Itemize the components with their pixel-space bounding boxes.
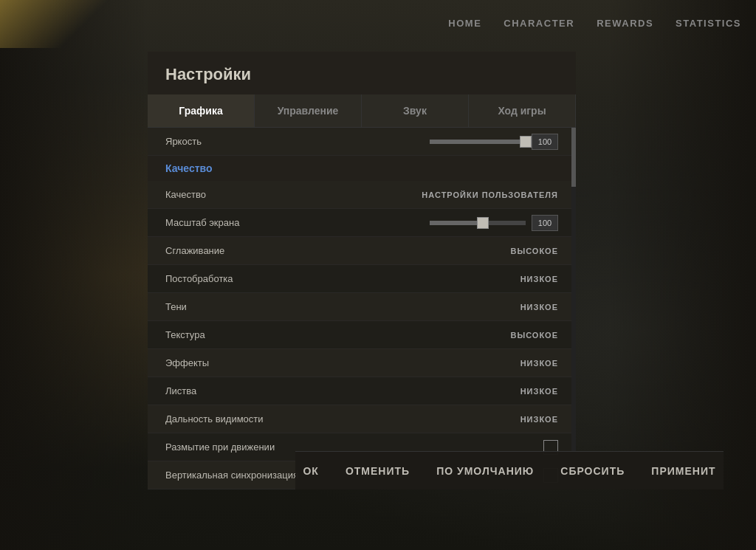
brightness-slider-track[interactable] <box>430 140 526 144</box>
scrollbar[interactable] <box>571 128 576 489</box>
brightness-slider-thumb[interactable] <box>520 136 532 148</box>
nav-home[interactable]: HOME <box>448 14 481 32</box>
nav-statistics[interactable]: STATISTICS <box>676 14 741 32</box>
quality-section-header: Качество <box>148 156 576 181</box>
texture-value[interactable]: ВЫСОКОЕ <box>510 331 558 340</box>
screen-scale-slider-track[interactable] <box>430 221 526 225</box>
brightness-slider-fill <box>430 140 526 144</box>
setting-row-screen-scale: Масштаб экрана 100 <box>148 209 576 237</box>
effects-value[interactable]: НИЗКОЕ <box>520 359 558 368</box>
bottom-bar: ОК ОТМЕНИТЬ ПО УМОЛЧАНИЮ СБРОСИТЬ ПРИМЕН… <box>295 451 724 489</box>
setting-row-shadows: Тени НИЗКОЕ <box>148 293 576 321</box>
setting-row-postprocess: Постобработка НИЗКОЕ <box>148 265 576 293</box>
setting-row-antialiasing: Сглаживание ВЫСОКОЕ <box>148 237 576 265</box>
effects-label: Эффекты <box>165 357 313 368</box>
postprocess-value[interactable]: НИЗКОЕ <box>520 275 558 283</box>
screen-scale-slider-fill <box>430 221 483 225</box>
tab-graphics[interactable]: Графика <box>148 94 255 127</box>
setting-row-brightness: Яркость 100 <box>148 128 576 156</box>
setting-row-effects: Эффекты НИЗКОЕ <box>148 349 576 377</box>
screen-scale-slider-container: 100 <box>430 215 558 231</box>
tab-controls[interactable]: Управление <box>255 94 362 127</box>
ok-button[interactable]: ОК <box>297 461 324 481</box>
brightness-label: Яркость <box>165 136 313 147</box>
vsync-label: Вертикальная синхронизация <box>165 470 313 481</box>
antialiasing-label: Сглаживание <box>165 245 313 256</box>
brightness-slider-container: 100 <box>430 134 558 150</box>
settings-panel: Настройки Графика Управление Звук Ход иг… <box>148 52 576 489</box>
quality-value[interactable]: НАСТРОЙКИ ПОЛЬЗОВАТЕЛЯ <box>422 190 558 199</box>
quality-label: Качество <box>165 189 313 200</box>
setting-row-view-distance: Дальность видимости НИЗКОЕ <box>148 405 576 433</box>
antialiasing-value[interactable]: ВЫСОКОЕ <box>510 247 558 255</box>
texture-label: Текстура <box>165 329 313 340</box>
apply-button[interactable]: ПРИМЕНИТ <box>645 461 721 481</box>
postprocess-label: Постобработка <box>165 273 313 284</box>
settings-content: Яркость 100 Качество Качество НАСТРОЙКИ … <box>148 128 576 489</box>
bg-left-overlay <box>0 0 148 550</box>
tabs-row: Графика Управление Звук Ход игры <box>148 94 576 128</box>
tab-sound[interactable]: Звук <box>362 94 469 127</box>
nav-rewards[interactable]: REWARDS <box>597 14 653 32</box>
top-left-decoration <box>0 0 133 48</box>
shadows-label: Тени <box>165 301 313 312</box>
brightness-value-box: 100 <box>532 134 558 150</box>
tab-gameplay[interactable]: Ход игры <box>469 94 576 127</box>
settings-title: Настройки <box>148 52 576 94</box>
foliage-label: Листва <box>165 385 313 396</box>
setting-row-texture: Текстура ВЫСОКОЕ <box>148 321 576 349</box>
screen-scale-value-box: 100 <box>532 215 558 231</box>
top-navigation: HOME CHARACTER REWARDS STATISTICS <box>433 0 756 46</box>
nav-character[interactable]: CHARACTER <box>504 14 574 32</box>
reset-button[interactable]: СБРОСИТЬ <box>554 461 630 481</box>
setting-row-foliage: Листва НИЗКОЕ <box>148 377 576 405</box>
view-distance-label: Дальность видимости <box>165 413 313 424</box>
default-button[interactable]: ПО УМОЛЧАНИЮ <box>430 461 540 481</box>
foliage-value[interactable]: НИЗКОЕ <box>520 387 558 396</box>
setting-row-quality: Качество НАСТРОЙКИ ПОЛЬЗОВАТЕЛЯ <box>148 181 576 209</box>
screen-scale-label: Масштаб экрана <box>165 217 313 228</box>
cancel-button[interactable]: ОТМЕНИТЬ <box>340 461 416 481</box>
shadows-value[interactable]: НИЗКОЕ <box>520 303 558 312</box>
scrollbar-thumb[interactable] <box>571 128 576 187</box>
quality-section-label: Качество <box>165 162 213 174</box>
screen-scale-slider-thumb[interactable] <box>477 217 489 229</box>
view-distance-value[interactable]: НИЗКОЕ <box>520 415 558 424</box>
motion-blur-label: Размытие при движении <box>165 441 313 453</box>
